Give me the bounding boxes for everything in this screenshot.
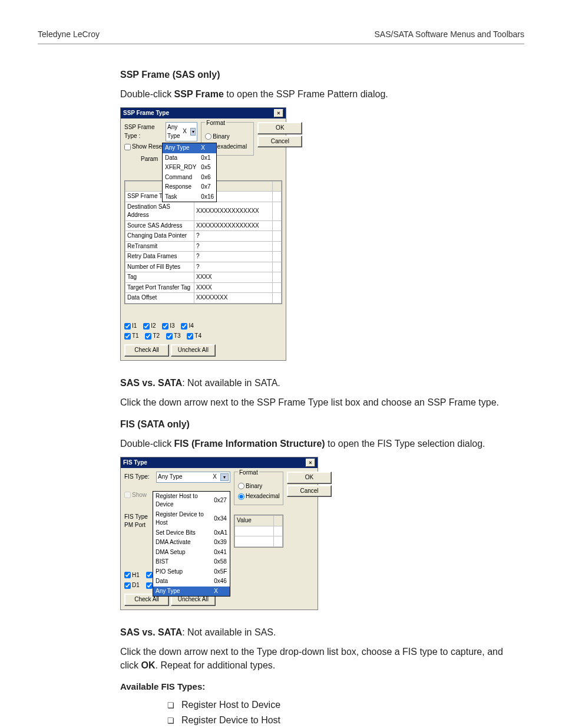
fis-type-dropdown[interactable]: Any Type X ▾ (156, 472, 230, 483)
fis-type-label: FIS Type: (124, 473, 153, 482)
dialog-titlebar: SSP Frame Type × (121, 108, 286, 119)
para-fis-choose: Click the down arrow next to the Type dr… (120, 645, 513, 672)
header-left: Teledyne LeCroy (38, 28, 100, 40)
heading-available-fis: Available FIS Types: (120, 680, 513, 693)
ssp-frame-type-label: SSP Frame Type : (124, 123, 162, 140)
fis-type-listbox[interactable]: Register Host to Device0x27 Register Dev… (153, 492, 230, 597)
para-fis-open: Double-click FIS (Frame Information Stru… (120, 437, 513, 450)
header-right: SAS/SATA Software Menus and Toolbars (375, 28, 524, 40)
heading-fis: FIS (SATA only) (120, 417, 513, 431)
para-ssp-choose: Click the down arrow next to the SSP Fra… (120, 396, 513, 409)
dialog-fis-type: FIS Type × FIS Type: Any Type X ▾ (120, 457, 318, 610)
close-icon[interactable]: × (306, 459, 315, 467)
format-binary-radio[interactable]: Binary (205, 133, 229, 141)
list-item: Register Host to Device (167, 698, 513, 711)
format-hex-radio[interactable]: Hexadecimal (238, 492, 280, 501)
chevron-down-icon[interactable]: ▾ (190, 128, 196, 136)
initiator-target-checks: I1 I2 I3 I4 T1 T2 T3 T4 (124, 322, 282, 342)
check-all-button[interactable]: Check All (124, 344, 169, 357)
page-content: SSP Frame (SAS only) Double-click SSP Fr… (120, 68, 513, 728)
uncheck-all-button[interactable]: Uncheck All (171, 344, 216, 357)
list-item: Register Device to Host (167, 713, 513, 727)
cancel-button[interactable]: Cancel (257, 136, 302, 148)
show-checkbox[interactable]: Show (124, 491, 147, 500)
page-header: Teledyne LeCroy SAS/SATA Software Menus … (38, 28, 524, 44)
format-binary-radio[interactable]: Binary (238, 482, 262, 491)
dialog-titlebar: FIS Type × (121, 457, 318, 469)
ok-button[interactable]: OK (287, 472, 332, 484)
dialog-ssp-frame-type: SSP Frame Type × SSP Frame Type : Any Ty… (120, 107, 286, 361)
value-grid[interactable]: Value (234, 515, 283, 547)
param-label: Param (141, 156, 158, 162)
para-sas-vs-sata-1: SAS vs. SATA: Not available in SATA. (120, 376, 513, 390)
heading-ssp: SSP Frame (SAS only) (120, 68, 513, 81)
fis-types-list: Register Host to Device Register Device … (120, 698, 513, 728)
ok-button[interactable]: OK (257, 122, 302, 134)
ssp-frame-type-dropdown[interactable]: Any Type X ▾ (166, 122, 197, 141)
para-ssp-open: Double-click SSP Frame to open the SSP F… (120, 87, 513, 101)
para-sas-vs-sata-2: SAS vs. SATA: Not available in SAS. (120, 625, 513, 639)
close-icon[interactable]: × (274, 109, 283, 117)
format-fieldset: Format Binary Hexadecimal (234, 472, 283, 505)
chevron-down-icon[interactable]: ▾ (220, 473, 229, 482)
cancel-button[interactable]: Cancel (287, 485, 332, 498)
ssp-type-listbox[interactable]: Any TypeX Data0x1 XFER_RDY0x5 Command0x6… (163, 143, 216, 202)
